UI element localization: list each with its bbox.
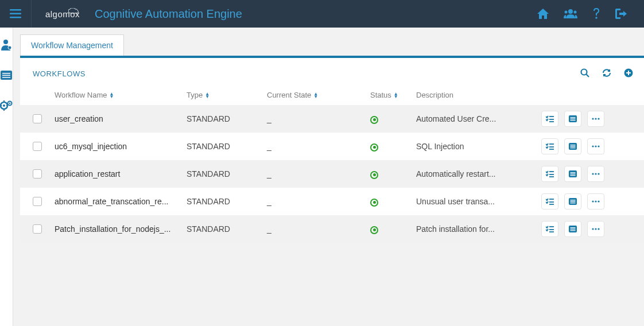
details-button[interactable] [564,111,581,127]
workflow-state: _ [267,169,370,178]
col-name[interactable]: Workflow Name▲▼ [55,91,187,99]
col-state[interactable]: Current State▲▼ [267,91,370,99]
svg-point-8 [8,46,11,49]
workflows-panel: WORKFLOWS Workflow Name▲▼ Type▲▼ Current… [20,56,644,243]
table-row: user_creationSTANDARD_Automated User Cre… [20,105,644,133]
svg-point-44 [595,145,596,147]
workflow-type: STANDARD [187,197,267,206]
workflow-name: application_restart [55,169,187,178]
row-checkbox[interactable] [33,169,42,178]
svg-rect-61 [571,201,576,202]
svg-point-45 [598,145,599,147]
workflow-type: STANDARD [187,142,267,151]
tab-workflow-management[interactable]: Workflow Management [20,34,124,56]
svg-rect-40 [571,145,576,145]
details-button[interactable] [564,221,581,237]
svg-point-65 [598,200,599,202]
panel-title: WORKFLOWS [33,69,86,78]
workflow-state: _ [267,114,370,123]
topbar-actions [537,8,644,20]
tasks-button[interactable] [541,193,558,209]
svg-point-54 [595,173,596,174]
svg-point-6 [595,17,598,19]
list-nav-icon[interactable] [1,71,12,82]
logout-icon[interactable] [615,9,627,19]
svg-point-35 [598,118,599,119]
status-active-icon [370,171,378,179]
workflow-state: _ [267,224,370,234]
svg-rect-31 [571,119,576,119]
help-icon[interactable] [592,8,600,20]
add-icon[interactable] [624,68,633,79]
workflow-status [370,114,416,124]
tasks-button[interactable] [541,138,558,154]
more-button[interactable] [587,111,604,127]
workflow-name: abnormal_rate_transcation_re... [55,197,187,206]
workflow-status [370,196,416,207]
svg-point-63 [592,200,593,202]
table-row: abnormal_rate_transcation_re...STANDARD_… [20,188,644,215]
svg-rect-60 [571,200,576,200]
svg-rect-50 [571,172,576,173]
svg-rect-18 [6,105,8,106]
row-checkbox[interactable] [33,197,42,206]
col-desc: Description [416,91,537,99]
more-button[interactable] [587,193,604,209]
svg-rect-15 [3,100,5,102]
tasks-button[interactable] [541,166,558,182]
row-checkbox[interactable] [33,142,42,151]
more-button[interactable] [587,221,604,237]
row-checkbox[interactable] [33,114,42,123]
settings-nav-icon[interactable] [0,100,13,113]
more-button[interactable] [587,138,604,154]
home-icon[interactable] [537,9,549,19]
sort-icon: ▲▼ [394,92,398,98]
table-row: application_restartSTANDARD_Automaticall… [20,160,644,188]
svg-rect-41 [571,146,576,147]
svg-point-14 [3,104,5,107]
col-type[interactable]: Type▲▼ [187,91,267,99]
workflow-status [370,224,416,234]
table-row: uc6_mysql_injectionSTANDARD_SQL Injectio… [20,133,644,160]
svg-point-73 [592,228,593,230]
svg-point-20 [9,103,11,104]
svg-point-55 [598,173,599,174]
details-button[interactable] [564,193,581,209]
workflow-name: user_creation [55,114,187,123]
search-icon[interactable] [580,68,589,79]
workflow-desc: SQL Injection [416,142,537,151]
svg-point-75 [598,228,599,230]
workflow-name: Patch_installation_for_nodejs_... [55,224,187,234]
details-button[interactable] [564,138,581,154]
users-icon[interactable] [564,9,577,18]
hamburger-icon [10,9,21,18]
tasks-button[interactable] [541,221,558,237]
col-status[interactable]: Status▲▼ [370,91,416,99]
more-button[interactable] [587,166,604,182]
workflow-type: STANDARD [187,169,267,178]
details-button[interactable] [564,166,581,182]
workflow-state: _ [267,197,370,206]
workflow-type: STANDARD [187,224,267,234]
topbar: algomox Cognitive Automation Engine [0,0,644,28]
svg-rect-25 [626,72,631,73]
menu-toggle[interactable] [0,0,32,28]
svg-rect-11 [2,75,10,76]
svg-rect-32 [571,120,576,121]
row-checkbox[interactable] [33,224,42,234]
tasks-button[interactable] [541,111,558,127]
main-content: Workflow Management WORKFLOWS Workflow N… [13,28,644,326]
refresh-icon[interactable] [602,68,611,79]
svg-point-33 [592,118,593,119]
workflow-status [370,141,416,152]
svg-rect-0 [10,9,21,11]
svg-rect-2 [10,17,21,18]
sort-icon: ▲▼ [313,92,318,98]
panel-actions [580,68,633,79]
svg-rect-51 [571,174,576,174]
svg-point-21 [581,69,587,75]
svg-rect-1 [10,13,21,15]
workflow-status [370,169,416,179]
svg-point-74 [595,228,596,230]
user-nav-icon[interactable] [1,39,11,52]
